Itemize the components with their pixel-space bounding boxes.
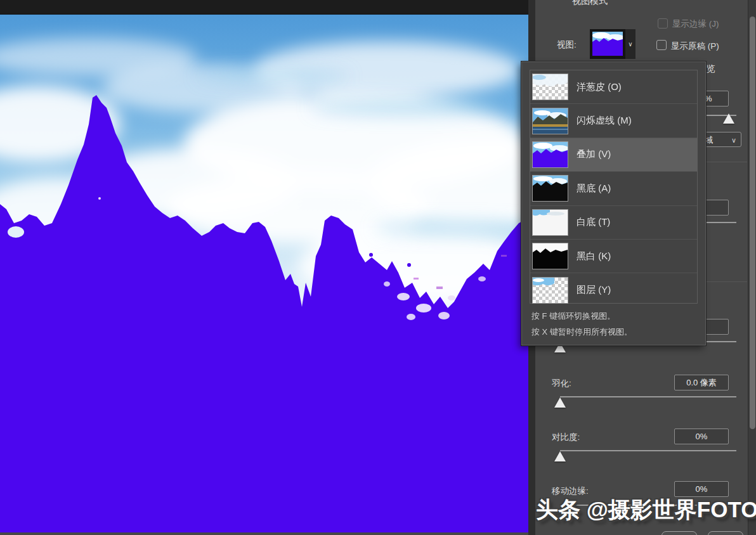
feather-label: 羽化: <box>552 378 571 389</box>
show-original-label: 显示原稿 (P) <box>671 41 719 52</box>
show-original-checkbox[interactable] <box>656 40 667 50</box>
menu-item-label: 闪烁虚线 (M) <box>577 115 632 127</box>
chevron-down-icon[interactable]: ∨ <box>625 29 635 59</box>
panel-scrollbar[interactable] <box>748 0 756 535</box>
menu-item-label: 黑底 (A) <box>577 183 611 195</box>
canvas-image[interactable] <box>0 14 528 532</box>
menu-item-label: 洋葱皮 (O) <box>577 81 622 93</box>
document-top-bar <box>0 0 528 15</box>
menu-hint-cycle-views: 按 F 键循环切换视图。 <box>531 311 615 322</box>
contrast-slider-thumb[interactable] <box>554 451 566 461</box>
menu-item-label: 图层 (Y) <box>577 284 611 296</box>
menu-item-overlay[interactable]: 叠加 (V) <box>530 138 697 172</box>
onion-skin-thumbnail-icon <box>533 74 568 100</box>
feather-slider-track[interactable] <box>560 396 736 397</box>
menu-item-black-and-white[interactable]: 黑白 (K) <box>530 240 697 273</box>
clear-selection-button[interactable] <box>662 531 697 535</box>
menu-item-label: 白底 (T) <box>577 216 610 228</box>
menu-item-label: 叠加 (V) <box>577 148 611 160</box>
on-black-thumbnail-icon <box>533 176 568 201</box>
marching-ants-thumbnail-icon <box>533 108 568 134</box>
overlay-thumbnail-icon <box>533 142 568 167</box>
contrast-label: 对比度: <box>552 432 580 443</box>
menu-item-onion-skin[interactable]: 洋葱皮 (O) <box>530 70 697 104</box>
view-label: 视图: <box>557 39 577 51</box>
view-thumbnail-button[interactable] <box>590 29 625 59</box>
feather-slider-thumb[interactable] <box>554 397 566 408</box>
menu-item-on-layers[interactable]: 图层 (Y) <box>530 273 697 306</box>
menu-item-marching-ants[interactable]: 闪烁虚线 (M) <box>530 104 697 138</box>
scrollbar-thumb[interactable] <box>750 16 755 429</box>
on-layers-thumbnail-icon <box>533 278 568 303</box>
transparency-slider-thumb[interactable] <box>723 113 734 124</box>
menu-item-on-black[interactable]: 黑底 (A) <box>530 172 697 205</box>
menu-item-on-white[interactable]: 白底 (T) <box>530 206 697 240</box>
show-edge-checkbox[interactable] <box>658 18 668 29</box>
invert-button[interactable] <box>708 531 743 535</box>
chevron-down-icon: ∨ <box>731 132 736 148</box>
menu-hint-disable-views: 按 X 键暂时停用所有视图。 <box>531 326 632 338</box>
black-white-thumbnail-icon <box>533 243 568 269</box>
watermark-text: 头条 @摄影世界FOTO <box>536 495 756 525</box>
view-mode-menu-list: 洋葱皮 (O) 闪烁虚线 (M) 叠加 (V) <box>530 70 698 304</box>
on-white-thumbnail-icon <box>533 210 568 235</box>
view-mode-menu: 洋葱皮 (O) 闪烁虚线 (M) 叠加 (V) <box>521 61 706 345</box>
feather-value-box[interactable]: 0.0 像素 <box>674 375 729 390</box>
contrast-slider-track[interactable] <box>560 450 736 451</box>
menu-item-label: 黑白 (K) <box>577 250 611 262</box>
contrast-value-box[interactable]: 0% <box>674 429 729 444</box>
view-mode-section-header: 视图模式 <box>572 0 608 7</box>
show-edge-label: 显示边缘 (J) <box>672 18 719 30</box>
